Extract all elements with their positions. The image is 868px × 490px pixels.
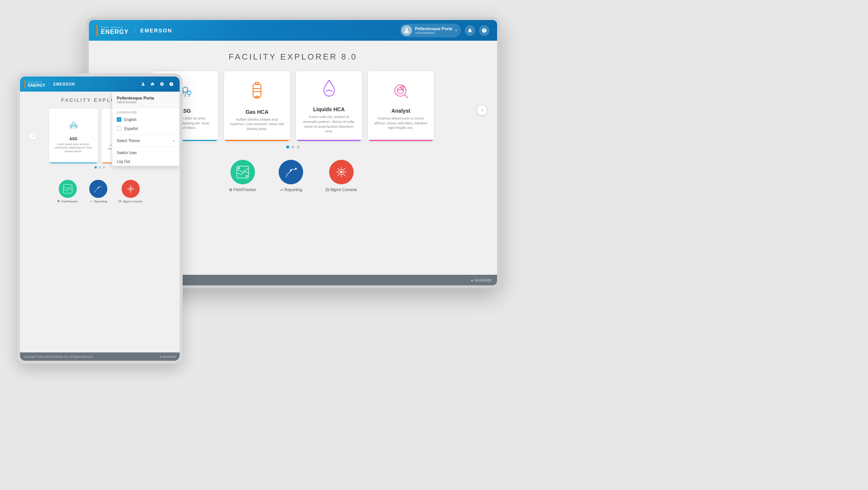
card-analyst-title: Analyst: [391, 108, 410, 114]
app-header: New Haven ENERGY EMERSON Pell: [89, 20, 497, 41]
tablet-user-icon[interactable]: [139, 80, 147, 88]
card-gas-hca[interactable]: Gas HCA Nullam lobortis sodales erat max…: [224, 71, 290, 141]
svg-point-19: [238, 167, 240, 169]
dropdown-log-out[interactable]: Log Out: [112, 157, 179, 166]
svg-point-37: [72, 122, 75, 125]
user-info[interactable]: Pellentesque Porta Administrator ▾: [400, 24, 461, 37]
mgmt-console-app[interactable]: Mgmt Console: [326, 160, 357, 192]
svg-line-33: [344, 168, 345, 170]
dropdown-espanol[interactable]: Español: [112, 124, 179, 133]
svg-point-23: [290, 170, 292, 171]
dropdown-user-info: Pellentesque Porta Administrator: [112, 92, 179, 108]
card-liquids-hca[interactable]: Liquids HCA Fusce nulla nisi, pretium id…: [296, 71, 362, 141]
switch-user-label: Switch User: [117, 151, 137, 155]
tablet-card-asg-title: ASG: [69, 137, 78, 141]
svg-point-54: [130, 188, 131, 190]
svg-point-24: [295, 168, 297, 170]
svg-line-34: [337, 175, 339, 176]
svg-rect-10: [255, 82, 259, 84]
tablet-bottom-apps: FieldTracker Reporting: [27, 180, 172, 203]
svg-rect-9: [253, 84, 261, 97]
logo-area: New Haven ENERGY EMERSON: [96, 25, 172, 36]
tablet-fieldtracker-icon: [59, 180, 77, 198]
tablet-dot-1[interactable]: [95, 166, 97, 168]
header-right: Pellentesque Porta Administrator ▾: [400, 24, 490, 37]
svg-point-22: [230, 189, 231, 190]
tablet-asg-icon: [67, 119, 80, 135]
svg-rect-59: [119, 201, 121, 202]
reporting-label: Reporting: [280, 187, 302, 192]
tablet-help-icon[interactable]: [168, 80, 175, 88]
english-label: English: [124, 118, 137, 122]
tablet-header-icons: [139, 80, 175, 88]
tablet-screen: New Haven ENERGY EMERSON: [20, 77, 180, 361]
tablet-footer: Copyright ©1996-2019 GeoFields, Inc. All…: [20, 352, 180, 361]
theme-arrow-icon: ▸: [173, 139, 175, 142]
svg-line-31: [337, 168, 339, 170]
dropdown-user-name: Pellentesque Porta: [117, 96, 175, 100]
tablet-logo-text: New Haven ENERGY: [28, 81, 45, 87]
tablet-reporting-app[interactable]: Reporting: [89, 180, 107, 203]
card-liquids-hca-desc: Fusce nulla nisi, pretium id venenatis p…: [302, 115, 356, 133]
footer-logo: ● GeoFields: [471, 278, 491, 282]
svg-point-1: [183, 87, 188, 92]
fieldtracker-app[interactable]: FieldTracker: [229, 160, 256, 192]
svg-point-51: [58, 201, 59, 202]
dropdown-menu: Pellentesque Porta Administrator Languag…: [112, 92, 180, 166]
tablet-fieldtracker-label: FieldTracker: [57, 200, 78, 203]
svg-point-14: [395, 85, 406, 96]
espanol-checkbox[interactable]: [117, 126, 121, 131]
page-title: FACILITY EXPLORER 8.0: [104, 52, 482, 62]
theme-label: Select Theme: [117, 139, 140, 143]
tablet-carousel-prev[interactable]: ‹: [29, 132, 36, 140]
svg-point-26: [340, 171, 342, 173]
tablet-settings-icon[interactable]: [158, 80, 166, 88]
dropdown-language-label: Language: [112, 108, 179, 115]
user-role: Administrator: [415, 31, 452, 35]
mgmt-console-icon: [329, 160, 354, 184]
dropdown-divider-1: [112, 135, 179, 135]
reporting-app[interactable]: Reporting: [279, 160, 303, 192]
tablet-fieldtracker-app[interactable]: FieldTracker: [57, 180, 78, 203]
logo-text-main: ENERGY: [101, 29, 129, 35]
bell-icon-button[interactable]: [465, 25, 475, 36]
tablet-frame: New Haven ENERGY EMERSON: [17, 74, 183, 364]
card-gas-hca-title: Gas HCA: [246, 109, 268, 115]
carousel-dot-2[interactable]: [291, 145, 294, 149]
english-checkbox[interactable]: ✓: [117, 117, 121, 122]
emerson-logo: EMERSON: [134, 28, 172, 34]
carousel-dot-3[interactable]: [297, 145, 300, 149]
log-out-label: Log Out: [117, 159, 130, 164]
tablet-card-asg-desc: Lorem ipsum dolor sit amet, consectetur …: [53, 142, 94, 153]
gas-hca-icon: [249, 81, 265, 105]
tablet-footer-copyright: Copyright ©1996-2019 GeoFields, Inc. All…: [24, 355, 93, 358]
dropdown-user-role: Administrator: [117, 100, 175, 104]
dropdown-theme[interactable]: Select Theme ▸: [112, 136, 179, 145]
reporting-icon: [279, 160, 303, 184]
tablet-dot-3[interactable]: [103, 166, 105, 168]
logo-bar: [96, 25, 98, 36]
help-icon-button[interactable]: [479, 25, 490, 36]
tablet-home-icon[interactable]: [149, 80, 156, 88]
carousel-dot-1[interactable]: [286, 145, 289, 149]
tablet-card-asg[interactable]: ASG Lorem ipsum dolor sit amet, consecte…: [49, 109, 98, 163]
dropdown-english[interactable]: ✓ English: [112, 115, 179, 124]
espanol-label: Español: [124, 127, 138, 131]
analyst-icon: [392, 82, 410, 104]
tablet-reporting-label: Reporting: [90, 200, 107, 203]
tablet-mgmt-console-app[interactable]: Mgmt Console: [119, 180, 142, 203]
user-dropdown-icon: ▾: [455, 29, 457, 32]
dropdown-switch-user[interactable]: Switch User: [112, 149, 179, 157]
fieldtracker-icon: [230, 160, 255, 184]
tablet-logo-text-main: ENERGY: [28, 83, 45, 87]
svg-line-32: [344, 175, 345, 176]
liquids-hca-icon: [320, 78, 338, 103]
carousel-next-button[interactable]: ›: [477, 105, 487, 115]
tablet-device: New Haven ENERGY EMERSON: [17, 74, 183, 294]
tablet-dot-2[interactable]: [99, 166, 101, 168]
fieldtracker-label: FieldTracker: [229, 187, 256, 192]
user-name: Pellentesque Porta: [415, 26, 452, 31]
card-analyst[interactable]: Analyst Vivamus aliquet justo ut cursus …: [368, 71, 434, 141]
card-liquids-hca-title: Liquids HCA: [313, 106, 345, 112]
svg-point-20: [246, 175, 247, 177]
